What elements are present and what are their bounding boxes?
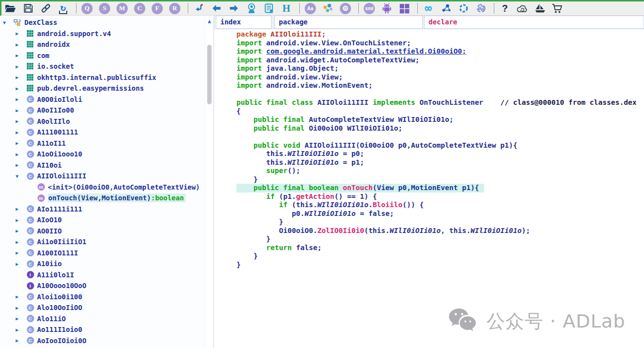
windows-button[interactable] [399, 3, 410, 14]
tree-item[interactable]: ▶CA0olIIlo [0, 116, 205, 127]
chevron-right-icon[interactable]: ▶ [14, 162, 26, 168]
chevron-right-icon[interactable]: ▶ [14, 327, 26, 332]
chevron-right-icon[interactable]: ▶ [14, 261, 26, 267]
tree-item[interactable]: ▶pub.devrel.easypermissions [0, 83, 205, 94]
s-search-button[interactable]: S [99, 3, 110, 14]
tree-item[interactable]: ▶CA10iio [0, 258, 205, 270]
tree-item[interactable]: ▶CAo111I1oio0 [0, 324, 205, 335]
chevron-right-icon[interactable]: ▶ [14, 316, 26, 321]
chevron-right-icon[interactable]: ▶ [14, 250, 26, 255]
boat-button[interactable] [534, 3, 546, 14]
chevron-right-icon[interactable]: ▶ [14, 86, 26, 91]
tree-item[interactable]: ▶CA1oOi1ooo10 [0, 149, 205, 160]
android-button[interactable] [381, 3, 392, 14]
ring-button[interactable] [458, 3, 469, 14]
scroll-up-icon[interactable]: ▲ [205, 16, 214, 24]
cloud-sync-button[interactable] [517, 3, 528, 14]
chevron-right-icon[interactable]: ▶ [14, 140, 26, 146]
reload-button[interactable]: ↻ [58, 3, 69, 14]
rename-button[interactable]: Aa [305, 3, 316, 14]
infinity-button[interactable]: ∞ [423, 3, 434, 14]
author-button[interactable] [246, 3, 257, 14]
tree-item[interactable]: ▶CAlo10OoIiOO [0, 302, 205, 313]
method-ref[interactable]: Bloiilo [372, 201, 402, 209]
tree-item[interactable]: ▶CAi1o0IiiIiO1 [0, 236, 205, 248]
code-view[interactable]: package AIIOloi11III;import android.view… [214, 29, 644, 269]
chevron-right-icon[interactable]: ▶ [14, 294, 26, 299]
settings-button[interactable]: ⚙ [340, 3, 351, 14]
tree-item[interactable]: IA10Oooo10OoO [0, 280, 205, 291]
m-search-button[interactable]: M [117, 3, 128, 14]
tree-item[interactable]: ▶CAloi1o0i100 [0, 291, 205, 303]
tab-package[interactable]: package [274, 16, 423, 29]
code-text [236, 201, 279, 209]
xml-button[interactable]: xml [364, 3, 375, 14]
tree-item[interactable]: ▶CA0O0ioIloli [0, 94, 205, 105]
tree-item[interactable]: ▶android.support.v4 [0, 28, 205, 39]
r-search-button[interactable]: R [169, 3, 180, 14]
hex-view-button[interactable]: H [281, 3, 292, 14]
tree-item[interactable]: ▶CAlo11iO [0, 313, 205, 325]
chevron-right-icon[interactable]: ▶ [14, 305, 26, 310]
save-button[interactable] [22, 3, 34, 14]
chevron-right-icon[interactable]: ▶ [14, 217, 26, 223]
back-button[interactable] [211, 3, 222, 14]
chevron-right-icon[interactable]: ▶ [14, 75, 26, 80]
import-link[interactable]: com.google.android.material.textfield.Oi… [266, 47, 466, 55]
q-search-button[interactable]: Q [81, 3, 93, 14]
scrollbar-thumb[interactable] [207, 45, 212, 104]
cart-button[interactable] [552, 3, 563, 14]
tree-item[interactable]: ▶CA100IO111I [0, 248, 205, 259]
tree-item[interactable]: ▶C [0, 346, 205, 348]
chevron-right-icon[interactable]: ▶ [14, 239, 26, 245]
chevron-right-icon[interactable]: ▶ [14, 228, 26, 233]
method-ref[interactable]: getAction [296, 193, 334, 200]
tree-item[interactable]: ▶CAIo1111i111 [0, 204, 205, 215]
license-button[interactable] [263, 3, 274, 14]
tree-item[interactable]: ▶io.socket [0, 61, 205, 72]
c-search-button[interactable]: C [134, 3, 145, 14]
tab-declare[interactable]: declare [424, 16, 644, 29]
chevron-right-icon[interactable]: ▶ [14, 31, 26, 36]
forward-button[interactable] [228, 3, 239, 14]
palette-button[interactable] [322, 3, 333, 14]
method-ref[interactable]: ZolIO0Ii0i0 [317, 227, 364, 234]
method-ref[interactable]: onTouch [343, 184, 372, 192]
tab-index[interactable]: index [216, 16, 272, 29]
tree-item[interactable]: m<init>(Oi00oiO0,AutoCompleteTextView) [0, 182, 205, 193]
chevron-down-icon[interactable]: ▼ [14, 174, 26, 179]
chevron-right-icon[interactable]: ▶ [14, 152, 26, 157]
tree-item[interactable]: monTouch(View,MotionEvent):boolean [0, 193, 205, 204]
f-search-button[interactable]: F [152, 3, 163, 14]
tree-item[interactable]: ▼JDexClass [0, 17, 205, 28]
chevron-right-icon[interactable]: ▶ [14, 97, 26, 102]
goto-button[interactable] [193, 3, 204, 14]
link-button[interactable] [40, 3, 51, 14]
fingerprint-button[interactable] [475, 3, 487, 14]
open-file-button[interactable] [5, 3, 16, 14]
chevron-right-icon[interactable]: ▶ [14, 108, 26, 113]
chevron-right-icon[interactable]: ▶ [14, 42, 26, 47]
chevron-right-icon[interactable]: ▶ [14, 338, 26, 343]
graph-button[interactable] [440, 3, 451, 14]
tree-item[interactable]: ▶androidx [0, 39, 205, 50]
tree-item[interactable]: ▶com [0, 50, 205, 61]
chevron-right-icon[interactable]: ▶ [14, 53, 26, 58]
tree-item[interactable]: ▶CA0oI1Io00 [0, 105, 205, 116]
chevron-right-icon[interactable]: ▶ [14, 64, 26, 69]
tree-item[interactable]: ▶CA111001111 [0, 127, 205, 138]
tree-item[interactable]: ▶CA11oI11 [0, 138, 205, 149]
help-button[interactable]: ? [499, 3, 510, 14]
tree-scrollbar[interactable]: ▲ [205, 16, 214, 348]
chevron-right-icon[interactable]: ▶ [14, 206, 26, 212]
tree-item[interactable]: ▶okhttp3.internal.publicsuffix [0, 72, 205, 83]
tree-item[interactable]: ▶CAIoO10 [0, 214, 205, 226]
tree-item[interactable]: ▼CAIIOloi11III [0, 171, 205, 182]
tree-item[interactable]: ▶CAoIooIOioi0O [0, 335, 205, 347]
chevron-right-icon[interactable]: ▶ [14, 130, 26, 135]
chevron-right-icon[interactable]: ▶ [14, 118, 26, 124]
tree-item[interactable]: ▶CAI10oi [0, 160, 205, 171]
tree-item[interactable]: IA11i0lo1I [0, 270, 205, 281]
chevron-down-icon[interactable]: ▼ [1, 20, 14, 25]
tree-item[interactable]: ▶CAO0IIO [0, 226, 205, 237]
